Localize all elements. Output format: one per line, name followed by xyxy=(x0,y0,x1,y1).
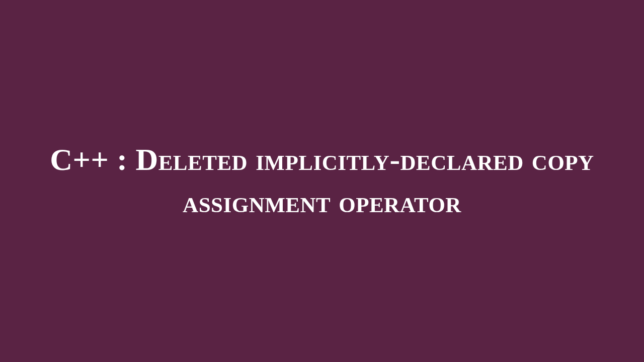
slide-title: C++ : Deleted implicitly-declared copy a… xyxy=(0,139,644,223)
